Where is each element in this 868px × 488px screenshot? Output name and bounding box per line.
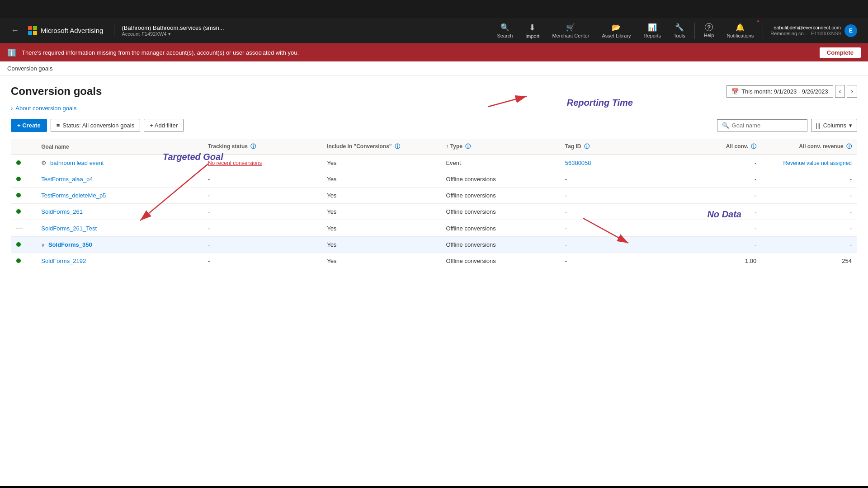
search-input[interactable]: [732, 122, 795, 129]
complete-button[interactable]: Complete: [820, 47, 861, 58]
all-conv-rev-cell: Revenue value not assigned: [762, 155, 857, 171]
date-next-button[interactable]: ›: [847, 85, 857, 98]
all-conv-rev-cell: -: [762, 188, 857, 204]
all-conv-rev-cell: 254: [762, 253, 857, 269]
goal-icon: ⚙: [41, 160, 47, 166]
tracking-info-icon[interactable]: ⓘ: [250, 143, 256, 150]
date-prev-button[interactable]: ‹: [835, 85, 845, 98]
type-info-icon[interactable]: ⓘ: [465, 143, 471, 150]
tracking-status-cell: -: [203, 237, 321, 253]
nav-help-label: Help: [704, 33, 714, 38]
add-filter-button[interactable]: + Add filter: [144, 119, 184, 132]
th-all-conv: All conv. ⓘ: [679, 139, 762, 155]
about-section: › About conversion goals: [11, 105, 857, 112]
goal-name-cell: SoldForms_261_Test: [36, 220, 203, 237]
calendar-icon: 📅: [731, 88, 739, 95]
avatar: E: [844, 24, 857, 37]
nav-search-button[interactable]: 🔍 Search: [491, 20, 518, 41]
nav-actions: 🔍 Search ⬆ Import 🛒 Merchant Center 📂 As…: [491, 19, 861, 42]
all-conv-cell: -: [679, 237, 762, 253]
status-filter-label: Status: All conversion goals: [62, 122, 134, 129]
goal-name-link[interactable]: SoldForms_261_Test: [41, 225, 97, 232]
row-status-cell: [11, 204, 36, 220]
create-button[interactable]: + Create: [11, 119, 47, 132]
include-conv-cell: Yes: [321, 204, 440, 220]
nav-help-button[interactable]: ? Help: [698, 20, 720, 41]
status-dash: —: [16, 225, 23, 232]
ms-square-blue: [28, 31, 32, 35]
all-conv-rev-cell: -: [762, 171, 857, 188]
back-button[interactable]: ←: [7, 24, 23, 37]
tools-icon: 🔧: [675, 23, 684, 32]
reports-icon: 📊: [648, 23, 657, 32]
type-cell: Event: [440, 155, 559, 171]
nav-reports-button[interactable]: 📊 Reports: [638, 20, 667, 41]
goal-name-link[interactable]: SoldForms_2192: [41, 258, 86, 264]
nav-notifications-button[interactable]: 🔔 Notifications: [721, 20, 759, 41]
th-type[interactable]: ↑ Type ⓘ: [440, 139, 559, 155]
tracking-status-cell: -: [203, 188, 321, 204]
nav-merchant-center-button[interactable]: 🛒 Merchant Center: [547, 20, 594, 41]
tracking-status-cell: -: [203, 220, 321, 237]
goal-name-link[interactable]: TestForms_alaa_p4: [41, 176, 93, 183]
all-conv-rev-info-icon[interactable]: ⓘ: [846, 143, 852, 150]
no-recent-conversions-link[interactable]: No recent conversions: [208, 160, 262, 166]
date-range-input[interactable]: 📅 This month: 9/1/2023 - 9/26/2023: [726, 85, 833, 98]
tag-info-icon[interactable]: ⓘ: [584, 143, 590, 150]
all-conv-cell: -: [679, 171, 762, 188]
alert-icon: ℹ️: [7, 48, 16, 57]
ms-square-yellow: [33, 31, 37, 35]
goal-name-link[interactable]: TestForms_deleteMe_p5: [41, 192, 106, 199]
type-cell: Offline conversions: [440, 171, 559, 188]
th-all-conv-revenue: All conv. revenue ⓘ: [762, 139, 857, 155]
ms-logo: Microsoft Advertising: [28, 26, 103, 35]
nav-notifications-label: Notifications: [726, 33, 754, 38]
user-menu[interactable]: eabulibdeh@everconnect.com Remodeling.co…: [767, 22, 861, 40]
status-dot-green: [16, 242, 21, 247]
revenue-not-assigned-link[interactable]: Revenue value not assigned: [783, 160, 852, 166]
include-info-icon[interactable]: ⓘ: [395, 143, 400, 150]
th-status: [11, 139, 36, 155]
row-status-cell: [11, 171, 36, 188]
nav-import-button[interactable]: ⬆ Import: [520, 19, 545, 42]
row-status-cell: [11, 237, 36, 253]
account-dropdown-icon[interactable]: ▾: [168, 31, 171, 37]
nav-search-label: Search: [497, 33, 513, 38]
ms-square-red: [28, 26, 32, 30]
nav-separator: [694, 23, 695, 39]
goal-name-link[interactable]: bathroom lead event: [50, 160, 104, 166]
goal-name-cell: SoldForms_2192: [36, 253, 203, 269]
type-cell: Offline conversions: [440, 253, 559, 269]
nav-tools-label: Tools: [674, 33, 685, 38]
page-header: Conversion goals 📅 This month: 9/1/2023 …: [11, 85, 857, 98]
nav-reports-label: Reports: [644, 33, 661, 38]
status-dot-green: [16, 160, 21, 165]
nav-asset-library-button[interactable]: 📂 Asset Library: [596, 20, 636, 41]
status-dot-green: [16, 258, 21, 263]
goal-name-link[interactable]: SoldForms_350: [48, 241, 92, 248]
nav-tools-button[interactable]: 🔧 Tools: [668, 20, 691, 41]
about-conversion-goals-link[interactable]: › About conversion goals: [11, 105, 857, 112]
columns-label: Columns: [823, 122, 846, 129]
tag-id-link[interactable]: 56380058: [565, 160, 591, 166]
tag-id-cell: -: [560, 188, 679, 204]
row-expand-icon[interactable]: ∨: [41, 242, 45, 248]
tag-id-cell: -: [560, 237, 679, 253]
type-cell: Offline conversions: [440, 188, 559, 204]
goal-name-link[interactable]: SoldForms_261: [41, 208, 83, 215]
row-status-cell: [11, 253, 36, 269]
goal-name-cell: SoldForms_261: [36, 204, 203, 220]
status-dot-green: [16, 177, 21, 181]
include-conv-cell: Yes: [321, 220, 440, 237]
nav-bar: ← Microsoft Advertising (Bathroom) Bathr…: [0, 18, 868, 43]
status-dot-green: [16, 209, 21, 214]
goal-name-cell: ⚙ bathroom lead event: [36, 155, 203, 171]
user-email: eabulibdeh@everconnect.com: [774, 25, 841, 30]
include-conv-cell: Yes: [321, 188, 440, 204]
columns-button[interactable]: ||| Columns ▾: [811, 119, 857, 132]
tracking-status-cell: -: [203, 253, 321, 269]
all-conv-rev-cell: -: [762, 237, 857, 253]
all-conv-info-icon[interactable]: ⓘ: [751, 143, 756, 150]
about-label: About conversion goals: [15, 105, 76, 112]
status-filter-button[interactable]: ≡ Status: All conversion goals: [51, 119, 141, 132]
